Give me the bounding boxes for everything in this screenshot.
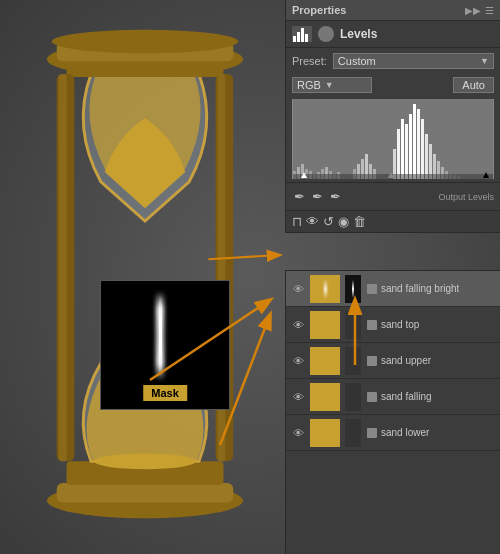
layer-name-sand-bright: sand falling bright xyxy=(381,283,459,294)
eyedropper-black-icon[interactable]: ✒ xyxy=(292,187,307,206)
output-label: Output Levels xyxy=(438,192,494,202)
properties-title: Properties xyxy=(292,4,346,16)
properties-panel: Properties ▶▶ ☰ Levels Preset: Custom ▼ xyxy=(285,0,500,233)
layer-eye-icon[interactable]: 👁 xyxy=(290,281,306,297)
eyedropper-gray-icon[interactable]: ✒ xyxy=(310,187,325,206)
layer-eye-icon-5[interactable]: 👁 xyxy=(290,425,306,441)
title-icons: ▶▶ ☰ xyxy=(465,5,494,16)
channel-select[interactable]: RGB ▼ xyxy=(292,77,372,93)
svg-rect-46 xyxy=(413,104,416,179)
channel-value: RGB xyxy=(297,79,321,91)
layer-row-sand-falling-bright[interactable]: 👁 sand falling bright xyxy=(286,271,500,307)
histogram-chart xyxy=(292,99,494,179)
layers-panel: 👁 sand falling bright 👁 sand top 👁 sand … xyxy=(285,270,500,554)
layer-thumb-sand-bright xyxy=(310,275,340,303)
auto-button[interactable]: Auto xyxy=(453,77,494,93)
delete-icon[interactable]: 🗑 xyxy=(353,214,366,229)
visibility-icon[interactable]: ◉ xyxy=(338,214,349,229)
layer-link-icon xyxy=(367,284,377,294)
layer-row-sand-upper[interactable]: 👁 sand upper xyxy=(286,343,500,379)
svg-rect-48 xyxy=(421,119,424,179)
layer-link-icon-4 xyxy=(367,392,377,402)
levels-header: Levels xyxy=(286,21,500,48)
layer-mask-thumb-top xyxy=(345,311,361,339)
preset-row: Preset: Custom ▼ xyxy=(286,48,500,74)
layer-row-sand-top[interactable]: 👁 sand top xyxy=(286,307,500,343)
layer-thumb-sand-upper xyxy=(310,347,340,375)
properties-title-bar: Properties ▶▶ ☰ xyxy=(286,0,500,21)
layer-link-icon-2 xyxy=(367,320,377,330)
layer-link-icon-3 xyxy=(367,356,377,366)
menu-icon[interactable]: ☰ xyxy=(485,5,494,16)
layer-thumb-sand-falling xyxy=(310,383,340,411)
layer-eye-icon-4[interactable]: 👁 xyxy=(290,389,306,405)
hourglass-area xyxy=(0,0,290,554)
dropdown-arrow-icon: ▼ xyxy=(480,56,489,66)
svg-rect-50 xyxy=(429,144,432,179)
svg-rect-44 xyxy=(405,124,408,179)
svg-rect-42 xyxy=(397,129,400,179)
layer-eye-icon-2[interactable]: 👁 xyxy=(290,317,306,333)
preset-value: Custom xyxy=(338,55,376,67)
layer-row-sand-lower[interactable]: 👁 sand lower xyxy=(286,415,500,451)
layer-mask-thumb-lower xyxy=(345,419,361,447)
preset-label: Preset: xyxy=(292,55,327,67)
hourglass-illustration xyxy=(20,20,270,530)
layer-name-sand-falling: sand falling xyxy=(381,391,432,402)
svg-rect-45 xyxy=(409,114,412,179)
bottom-toolbar: ⊓ 👁 ↺ ◉ 🗑 xyxy=(286,210,500,232)
layer-name-sand-upper: sand upper xyxy=(381,355,431,366)
layer-eye-icon-3[interactable]: 👁 xyxy=(290,353,306,369)
svg-rect-49 xyxy=(425,134,428,179)
eye-icon[interactable]: 👁 xyxy=(306,214,319,229)
svg-point-10 xyxy=(52,30,238,54)
levels-dot-icon xyxy=(318,26,334,42)
eyedropper-white-icon[interactable]: ✒ xyxy=(328,187,343,206)
svg-point-3 xyxy=(94,454,196,470)
layer-link-icon-5 xyxy=(367,428,377,438)
layer-mask-thumb-bright xyxy=(345,275,361,303)
layer-mask-thumb-upper xyxy=(345,347,361,375)
mask-streak-bright xyxy=(159,296,162,376)
layer-name-sand-lower: sand lower xyxy=(381,427,429,438)
svg-rect-47 xyxy=(417,109,420,179)
svg-rect-1 xyxy=(57,483,234,503)
layer-thumb-sand-top xyxy=(310,311,340,339)
layer-thumb-sand-lower xyxy=(310,419,340,447)
svg-rect-12 xyxy=(59,74,67,461)
mask-label: Mask xyxy=(143,385,187,401)
layer-row-sand-falling[interactable]: 👁 sand falling xyxy=(286,379,500,415)
main-container: Mask Properties xyxy=(0,0,500,554)
layer-mask-thumb-falling xyxy=(345,383,361,411)
reset-icon[interactable]: ↺ xyxy=(323,214,334,229)
layer-name-sand-top: sand top xyxy=(381,319,419,330)
preset-dropdown[interactable]: Custom ▼ xyxy=(333,53,494,69)
collapse-icon[interactable]: ▶▶ xyxy=(465,5,481,16)
levels-title: Levels xyxy=(340,27,377,41)
histogram-area xyxy=(292,99,494,179)
tools-row: ✒ ✒ ✒ Output Levels xyxy=(286,182,500,210)
clip-icon[interactable]: ⊓ xyxy=(292,214,302,229)
levels-icon xyxy=(292,26,312,42)
channel-arrow-icon: ▼ xyxy=(325,80,334,90)
mask-panel: Mask xyxy=(100,280,230,410)
svg-rect-43 xyxy=(401,119,404,179)
channel-row: RGB ▼ Auto xyxy=(286,74,500,96)
